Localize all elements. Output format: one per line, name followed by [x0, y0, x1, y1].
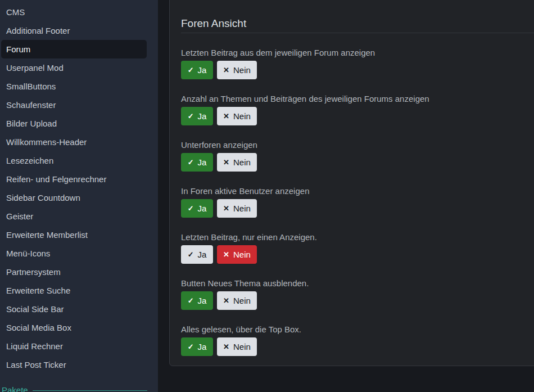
setting-row: Unterforen anzeigen✓Ja✕Nein [181, 140, 534, 172]
pakete-section: Pakete [0, 385, 158, 392]
sidebar-item-label: Forum [6, 44, 30, 54]
setting-label: Alles gelesen, über die Top Box. [181, 325, 534, 335]
sidebar-item-label: Last Post Ticker [6, 360, 66, 370]
cross-icon: ✕ [223, 112, 229, 120]
setting-row: Alles gelesen, über die Top Box.✓Ja✕Nein [181, 325, 534, 356]
setting-label: Unterforen anzeigen [181, 140, 534, 150]
sidebar-item-menu-icons[interactable]: Menü-Icons [1, 244, 147, 263]
yes-no-toggle: ✓Ja✕Nein [181, 107, 534, 125]
setting-row: Anzahl an Themen und Beiträgen des jewei… [181, 94, 534, 125]
sidebar-item-bilder-upload[interactable]: Bilder Upload [1, 114, 147, 133]
button-label: Nein [233, 157, 251, 167]
yes-button[interactable]: ✓Ja [181, 337, 213, 356]
button-label: Nein [233, 65, 251, 75]
pakete-divider-line [33, 390, 147, 391]
sidebar-item-label: Sidebar Countdown [6, 193, 80, 202]
check-icon: ✓ [188, 343, 194, 350]
cross-icon: ✕ [223, 251, 229, 258]
no-button[interactable]: ✕Nein [217, 153, 257, 172]
setting-label: Butten Neues Thema ausblenden. [181, 278, 534, 289]
sidebar-item-label: Reifen- und Felgenrechner [6, 174, 106, 184]
cross-icon: ✕ [223, 205, 229, 212]
button-label: Nein [233, 296, 251, 305]
sidebar: CMSAdditional FooterForumUserpanel ModSm… [0, 0, 158, 392]
yes-button[interactable]: ✓Ja [181, 153, 213, 172]
sidebar-item-label: SmallButtons [6, 82, 56, 91]
sidebar-item-sidebar-countdown[interactable]: Sidebar Countdown [1, 188, 147, 207]
setting-row: Butten Neues Thema ausblenden.✓Ja✕Nein [181, 278, 534, 310]
setting-label: Letzten Beitrag aus dem jeweiligen Forum… [181, 48, 534, 58]
no-button[interactable]: ✕Nein [217, 245, 257, 264]
yes-no-toggle: ✓Ja✕Nein [181, 61, 534, 79]
yes-no-toggle: ✓Ja✕Nein [181, 199, 534, 218]
yes-button[interactable]: ✓Ja [181, 291, 213, 310]
setting-label: Letzten Beitrag, nur einen Anzeigen. [181, 232, 534, 242]
button-label: Nein [233, 111, 251, 121]
sidebar-item-partnersystem[interactable]: Partnersystem [1, 263, 147, 281]
sidebar-item-label: Social Side Bar [6, 304, 64, 314]
check-icon: ✓ [188, 159, 194, 166]
no-button[interactable]: ✕Nein [217, 61, 257, 79]
button-label: Ja [198, 65, 207, 75]
setting-row: In Foren aktive Benutzer anzeigen✓Ja✕Nei… [181, 186, 534, 218]
button-label: Ja [198, 157, 207, 167]
check-icon: ✓ [188, 297, 194, 304]
button-label: Ja [198, 296, 207, 305]
sidebar-item-smallbuttons[interactable]: SmallButtons [1, 77, 147, 96]
sidebar-item-label: Liquid Rechner [6, 341, 63, 351]
sidebar-item-cms[interactable]: CMS [1, 3, 147, 21]
yes-button[interactable]: ✓Ja [181, 107, 213, 125]
no-button[interactable]: ✕Nein [217, 291, 257, 310]
sidebar-item-erweiterte-memberlist[interactable]: Erweiterte Memberlist [1, 226, 147, 244]
button-label: Ja [198, 342, 207, 352]
no-button[interactable]: ✕Nein [217, 199, 257, 218]
setting-row: Letzten Beitrag, nur einen Anzeigen.✓Ja✕… [181, 232, 534, 264]
button-label: Nein [233, 342, 251, 352]
sidebar-item-schaufenster[interactable]: Schaufenster [1, 96, 147, 114]
sidebar-item-label: Lesezeichen [6, 156, 53, 165]
sidebar-item-label: Additional Footer [6, 26, 70, 35]
sidebar-item-last-post-ticker[interactable]: Last Post Ticker [1, 355, 147, 374]
sidebar-item-label: Schaufenster [6, 100, 56, 110]
yes-button[interactable]: ✓Ja [181, 245, 213, 264]
sidebar-item-reifen-und-felgenrechner[interactable]: Reifen- und Felgenrechner [1, 170, 147, 188]
check-icon: ✓ [188, 66, 194, 74]
sidebar-item-label: CMS [6, 7, 25, 17]
button-label: Ja [198, 250, 207, 259]
sidebar-item-forum[interactable]: Forum [1, 40, 147, 58]
sidebar-item-erweiterte-suche[interactable]: Erweiterte Suche [1, 281, 147, 300]
sidebar-item-label: Userpanel Mod [6, 63, 64, 73]
sidebar-item-additional-footer[interactable]: Additional Footer [1, 21, 147, 40]
sidebar-item-liquid-rechner[interactable]: Liquid Rechner [1, 337, 147, 355]
sidebar-item-social-side-bar[interactable]: Social Side Bar [1, 300, 147, 318]
sidebar-item-lesezeichen[interactable]: Lesezeichen [1, 151, 147, 170]
check-icon: ✓ [188, 205, 194, 212]
sidebar-item-label: Geister [6, 211, 33, 221]
sidebar-item-userpanel-mod[interactable]: Userpanel Mod [1, 58, 147, 77]
sidebar-nav: CMSAdditional FooterForumUserpanel ModSm… [0, 0, 158, 374]
button-label: Ja [198, 111, 207, 121]
sidebar-item-geister[interactable]: Geister [1, 207, 147, 226]
cross-icon: ✕ [223, 343, 229, 350]
no-button[interactable]: ✕Nein [217, 107, 257, 125]
no-button[interactable]: ✕Nein [217, 337, 257, 356]
setting-label: Anzahl an Themen und Beiträgen des jewei… [181, 94, 534, 104]
cross-icon: ✕ [223, 297, 229, 304]
settings-list: Letzten Beitrag aus dem jeweiligen Forum… [181, 48, 534, 356]
title-divider [181, 33, 534, 33]
sidebar-item-label: Menü-Icons [6, 249, 50, 258]
yes-no-toggle: ✓Ja✕Nein [181, 291, 534, 310]
sidebar-item-label: Social Media Box [6, 323, 71, 332]
sidebar-item-label: Erweiterte Memberlist [6, 230, 88, 240]
sidebar-item-label: Willkommens-Header [6, 137, 87, 147]
yes-no-toggle: ✓Ja✕Nein [181, 153, 534, 172]
check-icon: ✓ [188, 251, 194, 258]
yes-button[interactable]: ✓Ja [181, 61, 213, 79]
sidebar-item-label: Partnersystem [6, 267, 61, 277]
button-label: Nein [233, 250, 251, 259]
settings-panel: Foren Ansicht Letzten Beitrag aus dem je… [169, 0, 534, 366]
yes-button[interactable]: ✓Ja [181, 199, 213, 218]
sidebar-item-willkommens-header[interactable]: Willkommens-Header [1, 133, 147, 151]
button-label: Nein [233, 204, 251, 213]
sidebar-item-social-media-box[interactable]: Social Media Box [1, 318, 147, 337]
